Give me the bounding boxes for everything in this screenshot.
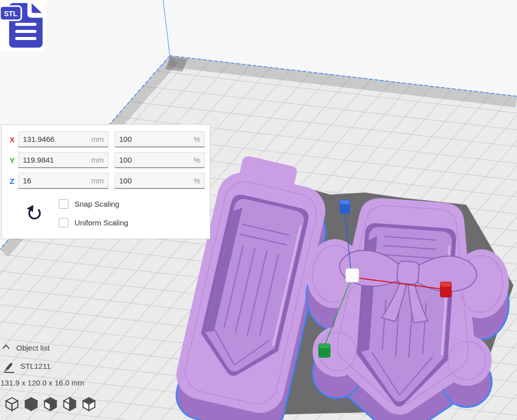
scale-y-percent-input[interactable]: 100% [115, 152, 205, 168]
uniform-scaling-checkbox[interactable] [59, 218, 68, 227]
view-toolbar [4, 396, 97, 412]
scale-z-mm-input[interactable]: 16mm [18, 173, 108, 189]
scale-y-mm-input[interactable]: 119.9841mm [18, 152, 108, 168]
snap-scaling-checkbox[interactable] [59, 199, 68, 209]
axis-z-label: Z [10, 177, 19, 185]
gizmo-y-handle[interactable] [318, 343, 330, 358]
stl-file-icon[interactable]: STL [0, 0, 46, 51]
gizmo-center-handle[interactable] [346, 269, 359, 282]
object-list-item[interactable]: STL1211 [20, 362, 51, 370]
view-top-icon[interactable] [62, 396, 78, 412]
uniform-scaling-label: Uniform Scaling [75, 218, 128, 227]
scale-z-percent-input[interactable]: 100% [115, 173, 205, 189]
view-3d-icon[interactable] [4, 396, 20, 412]
object-list-title[interactable]: Object list [16, 343, 50, 352]
axis-x-label: X [10, 135, 19, 144]
scale-tool-panel: X 131.9466mm 100% Y 119.9841mm 100% Z 16… [1, 124, 210, 239]
axis-y-label: Y [10, 156, 19, 165]
snap-scaling-label: Snap Scaling [75, 200, 119, 208]
view-front-icon[interactable] [43, 396, 58, 412]
document-fold [31, 2, 44, 14]
view-side-icon[interactable] [81, 396, 97, 412]
scale-x-mm-input[interactable]: 131.9466mm [18, 131, 108, 147]
object-dimensions: 131.9 x 120.0 x 16.0 mm [1, 378, 84, 387]
scale-x-percent-input[interactable]: 100% [115, 131, 205, 147]
stl-badge-label: STL [4, 10, 18, 18]
gizmo-x-handle[interactable] [440, 282, 452, 297]
collapse-chevron-icon[interactable] [2, 344, 10, 349]
view-solid-icon[interactable] [23, 396, 39, 412]
edit-pencil-icon [3, 361, 15, 373]
reset-scale-button[interactable] [25, 204, 44, 223]
gizmo-z-handle[interactable] [340, 200, 350, 214]
